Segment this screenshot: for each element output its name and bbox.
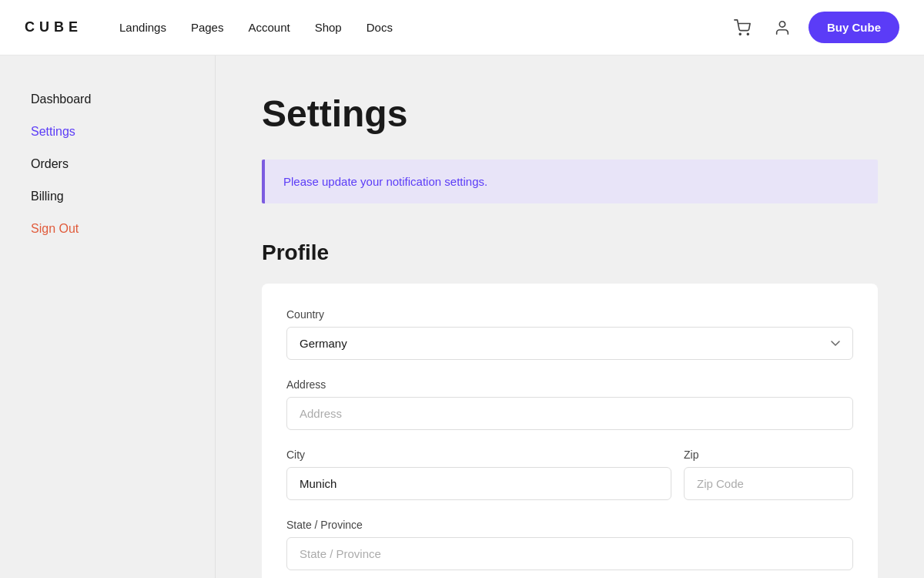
sidebar-item-settings[interactable]: Settings (31, 125, 184, 139)
user-icon[interactable] (768, 14, 796, 42)
country-group: Country Germany United States France Uni… (286, 308, 853, 360)
notification-text: Please update your notification settings… (283, 175, 859, 188)
sidebar: Dashboard Settings Orders Billing Sign O… (0, 55, 216, 578)
svg-point-2 (779, 21, 785, 26)
nav-item-docs[interactable]: Docs (367, 21, 393, 34)
nav-item-pages[interactable]: Pages (191, 21, 224, 34)
profile-section-title: Profile (262, 240, 878, 265)
main-content: Settings Please update your notification… (216, 55, 924, 578)
country-select[interactable]: Germany United States France United King… (286, 327, 853, 360)
header-actions: Buy Cube (728, 12, 899, 43)
page-layout: Dashboard Settings Orders Billing Sign O… (0, 55, 924, 578)
state-input[interactable] (286, 537, 853, 570)
zip-group: Zip (684, 449, 853, 500)
city-group: City (286, 449, 671, 500)
address-group: Address (286, 378, 853, 430)
svg-point-0 (739, 33, 741, 35)
state-label: State / Province (286, 519, 853, 531)
notification-banner: Please update your notification settings… (262, 160, 878, 203)
sidebar-item-orders[interactable]: Orders (31, 157, 184, 171)
page-title: Settings (262, 92, 878, 135)
sidebar-item-billing[interactable]: Billing (31, 190, 184, 203)
nav-item-shop[interactable]: Shop (315, 21, 342, 34)
logo: CUBE (25, 19, 82, 35)
zip-label: Zip (684, 449, 853, 461)
nav-item-account[interactable]: Account (248, 21, 290, 34)
city-zip-row: City Zip (286, 449, 853, 519)
zip-input[interactable] (684, 467, 853, 500)
main-nav: Landings Pages Account Shop Docs (119, 21, 728, 34)
profile-form-card: Country Germany United States France Uni… (262, 284, 878, 578)
sidebar-item-sign-out[interactable]: Sign Out (31, 222, 184, 236)
city-label: City (286, 449, 671, 461)
city-input[interactable] (286, 467, 671, 500)
sidebar-item-dashboard[interactable]: Dashboard (31, 92, 184, 106)
address-input[interactable] (286, 397, 853, 430)
country-label: Country (286, 308, 853, 321)
nav-item-landings[interactable]: Landings (119, 21, 166, 34)
cart-icon[interactable] (728, 14, 756, 42)
state-group: State / Province (286, 519, 853, 570)
svg-point-1 (747, 33, 748, 35)
header: CUBE Landings Pages Account Shop Docs Bu… (0, 0, 924, 55)
address-label: Address (286, 378, 853, 391)
buy-button[interactable]: Buy Cube (808, 12, 899, 43)
